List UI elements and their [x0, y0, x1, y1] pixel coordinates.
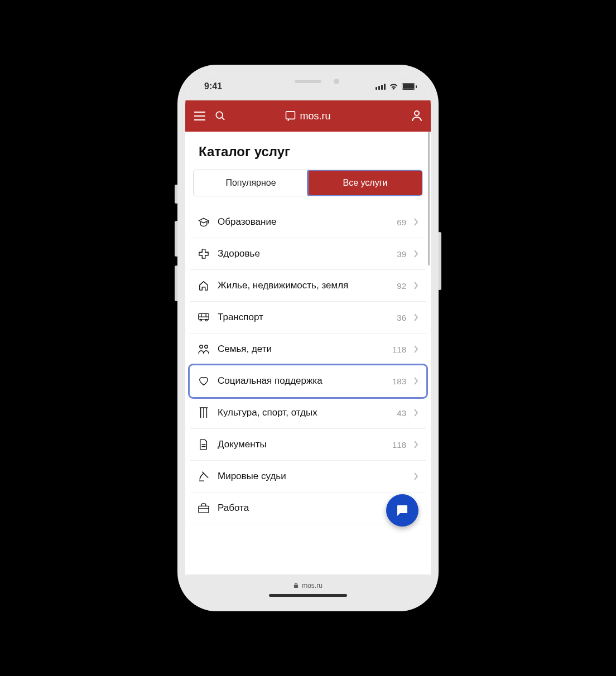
svg-rect-1: [286, 112, 295, 119]
browser-url[interactable]: mos.ru: [293, 582, 323, 590]
app-header: mos.ru: [185, 100, 431, 132]
category-count: 118: [391, 345, 406, 354]
svg-point-0: [216, 112, 223, 118]
category-count: 118: [391, 440, 406, 450]
chat-fab[interactable]: [386, 494, 418, 527]
chevron-right-icon: [414, 313, 418, 321]
category-list: Образование69Здоровье39Жилье, недвижимос…: [185, 206, 431, 524]
category-row-document[interactable]: Документы118: [190, 429, 426, 461]
gavel-icon: [198, 471, 210, 482]
category-label: Работа: [218, 503, 383, 514]
category-label: Культура, спорт, отдых: [218, 407, 383, 418]
tab-all-services[interactable]: Все услуги: [308, 170, 422, 196]
battery-icon: [402, 83, 415, 90]
signal-icon: [376, 84, 386, 90]
tabs: Популярное Все услуги: [193, 170, 423, 196]
health-icon: [198, 249, 210, 259]
heart-icon: [198, 376, 210, 386]
category-row-gavel[interactable]: Мировые судьи: [190, 461, 426, 492]
category-label: Мировые судьи: [218, 471, 383, 482]
culture-icon: [198, 407, 210, 418]
scrollbar[interactable]: [428, 132, 430, 265]
category-count: 69: [391, 218, 406, 227]
category-count: 92: [391, 281, 406, 291]
lock-icon: [293, 582, 299, 588]
chevron-right-icon: [414, 377, 418, 385]
category-row-health[interactable]: Здоровье39: [190, 238, 426, 270]
document-icon: [198, 439, 210, 450]
family-icon: [198, 344, 210, 354]
page-title: Каталог услуг: [185, 132, 431, 170]
category-count: 43: [391, 408, 406, 418]
briefcase-icon: [198, 503, 210, 513]
category-label: Транспорт: [218, 312, 383, 323]
browser-bottom-bar: mos.ru: [185, 574, 431, 603]
category-label: Документы: [218, 439, 383, 450]
category-label: Образование: [218, 216, 383, 228]
brand-logo-icon: [285, 111, 295, 121]
category-row-home[interactable]: Жилье, недвижимость, земля92: [190, 270, 426, 302]
category-label: Жилье, недвижимость, земля: [218, 280, 383, 291]
chevron-right-icon: [414, 250, 418, 258]
tab-popular[interactable]: Популярное: [194, 170, 308, 196]
app-brand: mos.ru: [285, 110, 330, 122]
profile-button[interactable]: [412, 110, 422, 122]
graduation-icon: [198, 217, 210, 227]
brand-text: mos.ru: [300, 110, 330, 122]
chevron-right-icon: [414, 472, 418, 480]
status-time: 9:41: [204, 81, 222, 91]
home-indicator[interactable]: [269, 594, 347, 597]
svg-point-6: [200, 345, 203, 348]
svg-rect-8: [199, 506, 209, 513]
category-row-family[interactable]: Семья, дети118: [190, 334, 426, 365]
wifi-icon: [389, 83, 398, 90]
svg-point-7: [205, 345, 208, 348]
category-label: Социальная поддержка: [218, 375, 383, 387]
chevron-right-icon: [414, 441, 418, 448]
bus-icon: [198, 313, 210, 322]
chat-icon: [396, 504, 409, 517]
phone-mockup: 9:41 mos.ru: [177, 65, 439, 611]
chevron-right-icon: [414, 218, 418, 226]
category-row-culture[interactable]: Культура, спорт, отдых43: [190, 397, 426, 429]
page-content: Каталог услуг Популярное Все услуги Обра…: [185, 132, 431, 574]
chevron-right-icon: [414, 282, 418, 289]
chevron-right-icon: [414, 409, 418, 417]
category-row-graduation[interactable]: Образование69: [190, 206, 426, 238]
search-button[interactable]: [215, 111, 225, 121]
svg-point-2: [415, 111, 419, 115]
category-count: 39: [391, 249, 406, 259]
chevron-right-icon: [414, 345, 418, 353]
home-icon: [198, 281, 210, 291]
menu-button[interactable]: [194, 112, 205, 120]
category-label: Здоровье: [218, 248, 383, 259]
phone-notch: [258, 73, 358, 90]
svg-point-4: [200, 319, 201, 321]
category-label: Семья, дети: [218, 344, 383, 355]
svg-point-5: [205, 319, 207, 321]
browser-domain: mos.ru: [302, 582, 323, 590]
category-row-bus[interactable]: Транспорт36: [190, 302, 426, 334]
svg-rect-9: [294, 585, 298, 588]
category-row-heart[interactable]: Социальная поддержка183: [190, 365, 426, 397]
category-count: 36: [391, 313, 406, 322]
category-count: 183: [391, 376, 406, 386]
